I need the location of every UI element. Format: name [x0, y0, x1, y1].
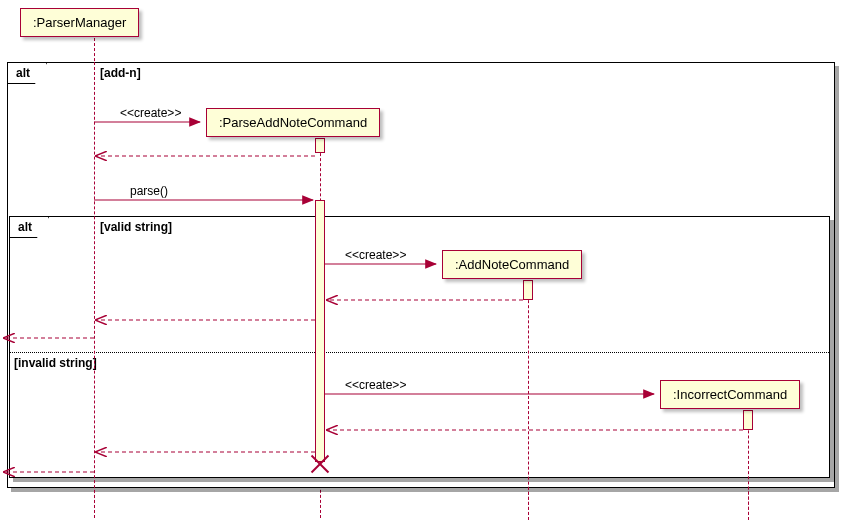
participant-parser-manager: :ParserManager — [20, 8, 139, 37]
msg-create-1: <<create>> — [120, 106, 181, 120]
activation-add-note-command-b — [523, 280, 533, 300]
activation-incorrect-command-b — [743, 410, 753, 430]
alt-guard-outer: [add-n] — [100, 66, 141, 80]
msg-create-3: <<create>> — [345, 378, 406, 392]
msg-parse: parse() — [130, 184, 168, 198]
msg-create-2: <<create>> — [345, 248, 406, 262]
lifeline-parser-manager-2 — [94, 62, 95, 518]
alt-guard-valid: [valid string] — [100, 220, 172, 234]
lifeline-add-note-command-2 — [528, 280, 529, 520]
activation-parse-add-note-1b — [315, 138, 325, 153]
sequence-diagram: alt [add-n] alt [valid string] [invalid … — [0, 0, 843, 524]
participant-parse-add-note-command: :ParseAddNoteCommand — [206, 108, 380, 137]
alt-guard-invalid: [invalid string] — [14, 356, 97, 370]
alt-divider — [10, 352, 829, 353]
participant-add-note-command: :AddNoteCommand — [442, 250, 582, 279]
activation-parse-add-note-2b — [315, 200, 325, 462]
participant-incorrect-command: :IncorrectCommand — [660, 380, 800, 409]
alt-label-inner: alt — [10, 217, 49, 238]
alt-label-outer: alt — [8, 63, 47, 84]
alt-frame-inner: alt — [9, 216, 830, 478]
